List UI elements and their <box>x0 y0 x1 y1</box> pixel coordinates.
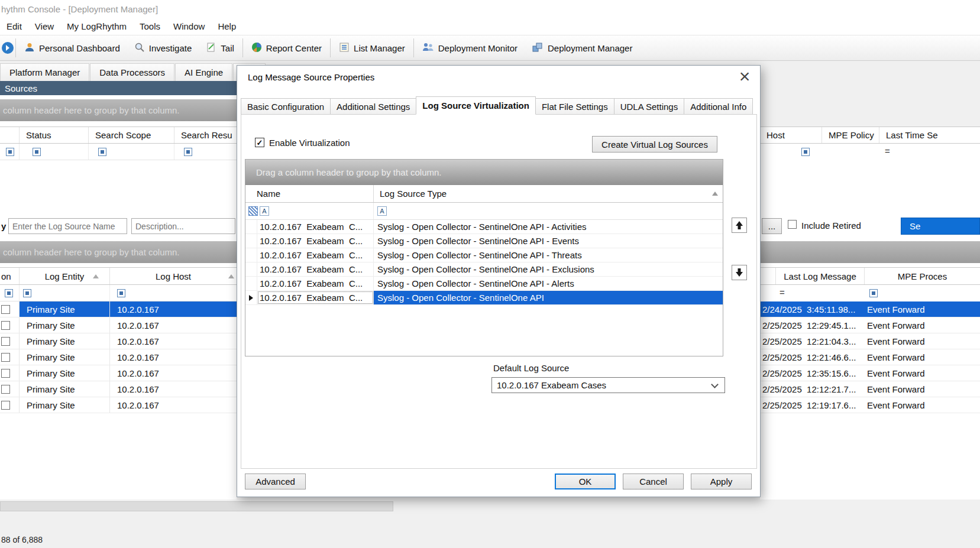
table-row[interactable]: 2/25/2025 12:35:15.6... Event Forward <box>760 365 980 381</box>
tab-ai-engine[interactable]: AI Engine <box>175 63 232 81</box>
move-up-button[interactable] <box>732 218 747 233</box>
hatch-filter-icon[interactable] <box>248 206 258 216</box>
groupby-bar-dialog[interactable]: Drag a column header to group by that co… <box>245 160 723 185</box>
row-selector-cell[interactable] <box>245 234 257 248</box>
filter-cell[interactable] <box>110 285 237 301</box>
column-header-log-entity[interactable]: Log Entity <box>20 268 110 284</box>
groupby-bar-search[interactable]: column header here to group by that colu… <box>0 99 237 121</box>
table-row[interactable]: 2/25/2025 12:12:21.7... Event Forward <box>760 381 980 397</box>
equals-filter-icon[interactable]: = <box>780 287 785 297</box>
close-icon[interactable] <box>734 67 755 86</box>
table-row[interactable]: 2/24/2025 3:45:11.98... Event Forward <box>760 301 980 317</box>
more-options-button[interactable]: ... <box>762 218 782 234</box>
column-header-name[interactable]: Name <box>245 185 374 202</box>
table-row[interactable]: Primary Site 10.2.0.167 <box>0 349 237 365</box>
tab-basic-configuration[interactable]: Basic Configuration <box>241 98 331 114</box>
row-checkbox[interactable] <box>1 385 10 394</box>
filter-cell[interactable] <box>89 144 174 160</box>
table-row[interactable]: Primary Site 10.2.0.167 <box>0 381 237 397</box>
column-header-blank[interactable] <box>760 268 776 284</box>
include-retired-checkbox[interactable] <box>788 220 797 229</box>
column-header-status[interactable]: Status <box>20 127 89 143</box>
personal-dashboard-button[interactable]: Personal Dashboard <box>17 35 127 60</box>
virtual-source-row[interactable]: 10.2.0.167 Exabeam C... Syslog - Open Co… <box>245 277 723 291</box>
table-row[interactable]: 2/25/2025 12:29:45.1... Event Forward <box>760 317 980 333</box>
table-row[interactable]: Primary Site 10.2.0.167 <box>0 301 237 317</box>
filter-cell[interactable] <box>174 144 237 160</box>
column-header-last-time-seen[interactable]: Last Time Se <box>879 127 980 143</box>
investigate-button[interactable]: Investigate <box>127 35 199 60</box>
apply-button[interactable]: Apply <box>691 474 752 489</box>
filter-cell[interactable] <box>0 285 20 301</box>
menu-tools[interactable]: Tools <box>133 21 167 31</box>
ok-button[interactable]: OK <box>555 474 616 489</box>
deployment-monitor-button[interactable]: Deployment Monitor <box>415 35 525 60</box>
row-checkbox[interactable] <box>1 401 10 410</box>
filter-icon[interactable] <box>33 148 41 156</box>
column-header-mpe-processing[interactable]: MPE Proces <box>865 268 980 284</box>
text-filter-icon[interactable] <box>260 206 269 216</box>
filter-icon[interactable] <box>23 289 31 297</box>
filter-icon[interactable] <box>98 148 106 156</box>
move-down-button[interactable] <box>732 265 747 280</box>
column-header-search-results[interactable]: Search Resu <box>174 127 237 143</box>
filter-cell[interactable] <box>20 285 110 301</box>
enable-virtualization-checkbox[interactable] <box>255 138 264 147</box>
table-row[interactable]: Primary Site 10.2.0.167 <box>0 397 237 413</box>
nav-circle-icon[interactable] <box>0 41 14 54</box>
table-row[interactable]: Primary Site 10.2.0.167 <box>0 317 237 333</box>
filter-cell[interactable] <box>20 144 89 160</box>
column-header-last-log-message[interactable]: Last Log Message <box>776 268 865 284</box>
menu-view[interactable]: View <box>28 21 60 31</box>
tab-additional-info[interactable]: Additional Info <box>684 98 753 114</box>
column-header-blank[interactable] <box>0 127 20 143</box>
groupby-bar-sources[interactable]: column header here to group by that colu… <box>0 241 237 263</box>
filter-icon[interactable] <box>184 148 192 156</box>
filter-icon[interactable] <box>117 289 125 297</box>
row-checkbox[interactable] <box>1 337 10 346</box>
virtual-source-row[interactable]: 10.2.0.167 Exabeam C... Syslog - Open Co… <box>245 234 723 248</box>
list-manager-button[interactable]: List Manager <box>332 35 412 60</box>
default-log-source-dropdown[interactable]: 10.2.0.167 Exabeam Cases <box>491 377 725 393</box>
tab-log-source-virtualization[interactable]: Log Source Virtualization <box>416 96 536 115</box>
advanced-button[interactable]: Advanced <box>245 474 306 489</box>
table-row[interactable]: 2/25/2025 12:21:46.6... Event Forward <box>760 349 980 365</box>
virtual-source-row-selected[interactable]: 10.2.0.167 Exabeam C... Syslog - Open Co… <box>245 291 723 305</box>
virtual-source-row[interactable]: 10.2.0.167 Exabeam C... Syslog - Open Co… <box>245 262 723 277</box>
row-selector-cell[interactable] <box>245 262 257 276</box>
menu-edit[interactable]: Edit <box>0 21 28 31</box>
tab-additional-settings[interactable]: Additional Settings <box>330 98 416 114</box>
column-header-mpe-policy[interactable]: MPE Policy <box>822 127 879 143</box>
menu-help[interactable]: Help <box>211 21 242 31</box>
menu-window[interactable]: Window <box>167 21 211 31</box>
column-header-host[interactable]: Host <box>760 127 822 143</box>
virtual-source-row[interactable]: 10.2.0.167 Exabeam C... Syslog - Open Co… <box>245 248 723 262</box>
column-header-log-source-type[interactable]: Log Source Type <box>374 185 723 202</box>
tail-button[interactable]: Tail <box>199 35 241 60</box>
horizontal-scrollbar[interactable] <box>0 501 393 511</box>
log-source-name-input[interactable] <box>8 218 127 234</box>
row-checkbox[interactable] <box>1 305 10 314</box>
menu-my-logrhythm[interactable]: My LogRhythm <box>60 21 133 31</box>
table-row[interactable]: Primary Site 10.2.0.167 <box>0 365 237 381</box>
tab-data-processors[interactable]: Data Processors <box>90 63 174 81</box>
name-filter-cell[interactable] <box>245 203 374 219</box>
report-center-button[interactable]: Report Center <box>244 35 329 60</box>
filter-icon[interactable] <box>801 148 810 156</box>
tab-udla-settings[interactable]: UDLA Settings <box>614 98 685 114</box>
filter-icon[interactable] <box>869 289 878 297</box>
tab-flat-file-settings[interactable]: Flat File Settings <box>535 98 614 114</box>
row-checkbox[interactable] <box>1 353 10 362</box>
row-checkbox[interactable] <box>1 369 10 378</box>
filter-icon[interactable] <box>6 148 14 156</box>
row-selector-cell[interactable] <box>245 277 257 290</box>
create-virtual-log-sources-button[interactable]: Create Virtual Log Sources <box>592 136 717 153</box>
row-selector-cell[interactable] <box>245 248 257 262</box>
cancel-button[interactable]: Cancel <box>623 474 684 489</box>
column-header-log-host[interactable]: Log Host <box>110 268 237 284</box>
table-row[interactable]: Primary Site 10.2.0.167 <box>0 333 237 349</box>
filter-icon[interactable] <box>5 289 13 297</box>
row-selector-cell[interactable] <box>245 220 257 234</box>
row-checkbox[interactable] <box>1 321 10 330</box>
type-filter-cell[interactable] <box>374 203 723 219</box>
